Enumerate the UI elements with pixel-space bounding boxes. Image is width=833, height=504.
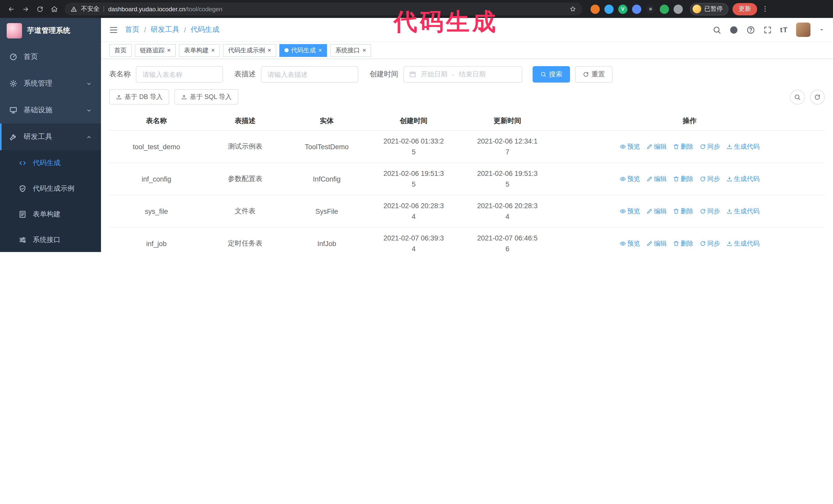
url-text[interactable]: dashboard.yudao.iocoder.cn/tool/codegen bbox=[108, 5, 222, 13]
browser-menu-icon[interactable] bbox=[761, 5, 769, 13]
close-icon[interactable]: × bbox=[167, 47, 171, 53]
tag-label: 系统接口 bbox=[335, 46, 360, 55]
action-preview-link[interactable]: 预览 bbox=[619, 239, 640, 248]
tag-codegen-example[interactable]: 代码生成示例× bbox=[223, 44, 276, 57]
action-edit-link[interactable]: 编辑 bbox=[646, 207, 667, 216]
sidebar-item-devtools[interactable]: 研发工具 bbox=[0, 124, 101, 150]
create-time-range-picker[interactable]: 开始日期 - 结束日期 bbox=[403, 66, 522, 82]
tag-label: 代码生成 bbox=[291, 46, 316, 55]
create-time-label: 创建时间 bbox=[370, 70, 398, 79]
reload-icon[interactable] bbox=[34, 3, 46, 15]
forward-icon[interactable] bbox=[20, 3, 32, 15]
close-icon[interactable]: × bbox=[318, 47, 322, 53]
breadcrumb-item[interactable]: 首页 bbox=[125, 25, 139, 34]
action-label: 同步 bbox=[707, 239, 720, 248]
toggle-search-button[interactable] bbox=[790, 90, 805, 104]
action-sync-link[interactable]: 同步 bbox=[699, 207, 720, 216]
profile-paused-badge[interactable]: 已暂停 bbox=[690, 3, 729, 15]
sidebar-subitem-codegen-example[interactable]: 代码生成示例 bbox=[0, 176, 101, 201]
action-generate-link[interactable]: 生成代码 bbox=[726, 207, 759, 216]
action-preview-link[interactable]: 预览 bbox=[619, 174, 640, 183]
tag-codegen[interactable]: 代码生成× bbox=[279, 44, 327, 57]
action-generate-link[interactable]: 生成代码 bbox=[726, 174, 759, 183]
cell-table-name: tool_test_demo bbox=[109, 138, 204, 155]
url-host: dashboard.yudao.iocoder.cn bbox=[108, 5, 186, 13]
sidebar-subitem-api[interactable]: 系统接口 bbox=[0, 227, 101, 252]
leaf-extension-icon[interactable] bbox=[660, 4, 669, 14]
action-label: 预览 bbox=[627, 174, 640, 183]
eye-icon bbox=[619, 208, 626, 214]
sidebar-item-system[interactable]: 系统管理 bbox=[0, 70, 101, 97]
action-generate-link[interactable]: 生成代码 bbox=[726, 239, 759, 248]
puzzle-extension-icon[interactable] bbox=[673, 4, 683, 14]
end-date-placeholder: 结束日期 bbox=[459, 70, 486, 79]
fox-extension-icon[interactable] bbox=[591, 4, 600, 14]
people-extension-icon[interactable] bbox=[632, 4, 641, 14]
breadcrumb-item[interactable]: 研发工具 bbox=[151, 25, 180, 34]
action-sync-link[interactable]: 同步 bbox=[699, 142, 720, 151]
security-label[interactable]: 不安全 bbox=[81, 5, 99, 13]
close-icon[interactable]: × bbox=[362, 47, 366, 53]
back-icon[interactable] bbox=[5, 3, 18, 15]
action-preview-link[interactable]: 预览 bbox=[619, 142, 640, 151]
sidebar-subitem-form-builder[interactable]: 表单构建 bbox=[0, 201, 101, 227]
action-generate-link[interactable]: 生成代码 bbox=[726, 142, 759, 151]
action-edit-link[interactable]: 编辑 bbox=[646, 239, 667, 248]
table-name-label: 表名称 bbox=[109, 70, 131, 79]
edit-icon bbox=[646, 144, 652, 150]
action-delete-link[interactable]: 删除 bbox=[673, 174, 693, 183]
action-sync-link[interactable]: 同步 bbox=[699, 239, 720, 248]
action-delete-link[interactable]: 删除 bbox=[673, 207, 693, 216]
github-icon[interactable] bbox=[730, 25, 738, 34]
warning-icon bbox=[71, 6, 77, 12]
action-preview-link[interactable]: 预览 bbox=[619, 207, 640, 216]
app-logo[interactable]: 芋道管理系统 bbox=[0, 18, 101, 44]
row-actions: 预览编辑删除同步生成代码 bbox=[554, 169, 825, 188]
home-icon[interactable] bbox=[48, 3, 61, 15]
tag-label: 表单构建 bbox=[184, 46, 209, 55]
close-icon[interactable]: × bbox=[211, 47, 215, 53]
action-edit-link[interactable]: 编辑 bbox=[646, 174, 667, 183]
action-delete-link[interactable]: 删除 bbox=[673, 142, 693, 151]
tag-api[interactable]: 系统接口× bbox=[330, 44, 371, 57]
tag-home[interactable]: 首页 bbox=[109, 44, 132, 57]
column-header: 实体 bbox=[287, 112, 367, 130]
refresh-table-button[interactable] bbox=[810, 90, 825, 104]
import-sql-button[interactable]: 基于 SQL 导入 bbox=[174, 89, 238, 104]
bookmark-star-icon[interactable] bbox=[570, 6, 576, 12]
tag-tracing[interactable]: 链路追踪× bbox=[135, 44, 176, 57]
dark-extension-icon[interactable]: ≡ bbox=[646, 4, 655, 14]
help-icon[interactable] bbox=[746, 25, 755, 34]
browser-update-button[interactable]: 更新 bbox=[733, 3, 757, 15]
refresh-icon bbox=[814, 94, 821, 100]
menu-fold-icon[interactable] bbox=[109, 25, 118, 34]
sidebar-item-home[interactable]: 首页 bbox=[0, 44, 101, 70]
table-name-input[interactable] bbox=[136, 66, 223, 82]
user-avatar[interactable] bbox=[796, 23, 810, 37]
water-drop-extension-icon[interactable] bbox=[604, 4, 614, 14]
chevron-down-icon[interactable] bbox=[819, 27, 825, 33]
action-sync-link[interactable]: 同步 bbox=[699, 174, 720, 183]
search-icon[interactable] bbox=[713, 25, 721, 34]
sidebar-submenu: 代码生成代码生成示例表单构建系统接口数据库文档 bbox=[0, 150, 101, 252]
fullscreen-icon[interactable] bbox=[763, 25, 772, 34]
form-icon bbox=[19, 210, 27, 218]
reset-button[interactable]: 重置 bbox=[575, 66, 613, 82]
upload-icon bbox=[116, 94, 122, 100]
table-desc-input[interactable] bbox=[261, 66, 358, 82]
toolbar-right-icons bbox=[790, 90, 825, 104]
sidebar-item-infra[interactable]: 基础设施 bbox=[0, 97, 101, 124]
cell-updated-time: 2021-02-06 12:34:17 bbox=[460, 131, 554, 163]
font-size-icon[interactable]: tT bbox=[780, 26, 788, 34]
search-button[interactable]: 搜索 bbox=[532, 66, 570, 82]
sidebar-subitem-codegen[interactable]: 代码生成 bbox=[0, 150, 101, 176]
import-db-button[interactable]: 基于 DB 导入 bbox=[109, 89, 169, 104]
v-circle-extension-icon[interactable]: V bbox=[618, 4, 627, 14]
breadcrumb-item[interactable]: 代码生成 bbox=[191, 25, 219, 34]
address-bar[interactable]: 不安全 dashboard.yudao.iocoder.cn/tool/code… bbox=[65, 3, 582, 16]
action-delete-link[interactable]: 删除 bbox=[673, 239, 693, 248]
action-edit-link[interactable]: 编辑 bbox=[646, 142, 667, 151]
sidebar-subitem-label: 表单构建 bbox=[33, 210, 61, 219]
tag-form-builder[interactable]: 表单构建× bbox=[179, 44, 220, 57]
close-icon[interactable]: × bbox=[268, 47, 271, 53]
